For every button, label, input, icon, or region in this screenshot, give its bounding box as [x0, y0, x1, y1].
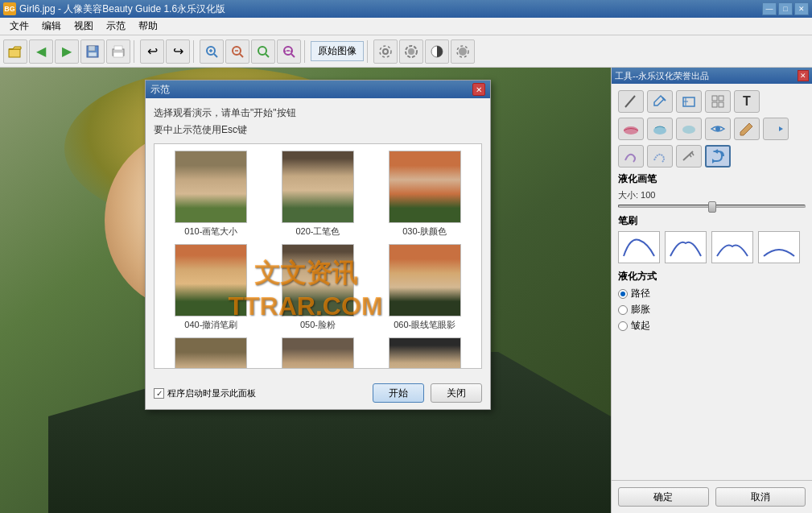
menu-view[interactable]: 视图	[68, 18, 100, 35]
panel-cancel-button[interactable]: 取消	[715, 487, 806, 507]
brush-preview-3[interactable]	[711, 231, 753, 263]
svg-point-22	[383, 49, 388, 54]
modal-title-bar: 示范 ✕	[146, 81, 490, 98]
brightness-button[interactable]	[451, 39, 475, 64]
brush-preview-1[interactable]	[618, 231, 660, 263]
tool-smudge[interactable]	[618, 145, 644, 168]
svg-rect-36	[712, 102, 717, 107]
modal-desc-1: 选择观看演示，请单击"开始"按钮	[154, 106, 482, 120]
menu-file[interactable]: 文件	[3, 18, 35, 35]
restore-button[interactable]: □	[778, 2, 793, 15]
window-controls: — □ ✕	[762, 2, 809, 15]
radio-path-label: 路径	[631, 287, 650, 300]
thumb-item-5[interactable]: 050-脸粉	[268, 244, 369, 331]
tool-shell2[interactable]	[676, 118, 702, 140]
thumbnail-grid-wrapper[interactable]: 010-画笔大小 020-工笔色 030-肤颜色 040-撤消笔刷	[154, 143, 482, 369]
tool-gear2[interactable]	[399, 39, 423, 64]
thumb-image-6	[389, 244, 461, 316]
thumb-item-2[interactable]: 020-工笔色	[268, 151, 369, 238]
zoom-out-button[interactable]	[225, 39, 249, 64]
menu-demo[interactable]: 示范	[100, 18, 132, 35]
thumb-item-9[interactable]: Ai	[374, 337, 475, 369]
redo-button[interactable]: ↪	[166, 39, 190, 64]
brush-size-slider[interactable]	[618, 205, 806, 208]
menu-edit[interactable]: 编辑	[35, 18, 68, 35]
radio-shrink-circle[interactable]	[618, 321, 628, 331]
tool-grid[interactable]	[705, 90, 731, 113]
modal-close-button[interactable]: ✕	[472, 83, 485, 96]
tool-row-3	[618, 145, 806, 168]
zoom-fit-button[interactable]	[277, 39, 301, 64]
svg-point-15	[258, 47, 266, 55]
thumb-item-4[interactable]: 040-撤消笔刷	[161, 244, 262, 331]
radio-path-circle[interactable]	[618, 289, 628, 299]
brush-preview-2[interactable]	[665, 231, 707, 263]
svg-marker-1	[9, 47, 21, 49]
thumb-item-8[interactable]	[268, 337, 369, 369]
tool-shell1[interactable]	[647, 118, 673, 140]
tool-gear1[interactable]	[373, 39, 398, 64]
thumb-image-3	[389, 151, 461, 223]
tool-blur[interactable]	[647, 145, 673, 168]
method-title: 液化方式	[618, 270, 806, 283]
contrast-button[interactable]	[425, 39, 449, 64]
thumb-label-5: 050-脸粉	[300, 319, 336, 331]
back-button[interactable]: ◀	[29, 39, 53, 64]
close-button[interactable]: ✕	[794, 2, 809, 15]
tool-lips[interactable]	[618, 118, 644, 140]
start-button[interactable]: 开始	[373, 383, 424, 403]
radio-path[interactable]: 路径	[618, 287, 806, 300]
zoom-in-button[interactable]	[200, 39, 224, 64]
radio-expand[interactable]: 膨胀	[618, 303, 806, 316]
forward-button[interactable]: ▶	[55, 39, 79, 64]
brush-preview-4[interactable]	[758, 231, 800, 263]
tool-pencil[interactable]	[734, 118, 760, 140]
thumb-image-4	[175, 244, 247, 316]
liquify-brush-title: 液化画笔	[618, 172, 806, 186]
tool-arrow-right[interactable]	[763, 118, 789, 140]
radio-expand-circle[interactable]	[618, 305, 628, 315]
thumb-label-4: 040-撤消笔刷	[184, 319, 237, 331]
radio-shrink[interactable]: 皱起	[618, 319, 806, 333]
tool-back-active[interactable]	[705, 145, 731, 168]
save-button[interactable]	[80, 39, 105, 64]
show-on-startup-checkbox[interactable]	[154, 388, 164, 399]
separator-2	[193, 40, 196, 63]
confirm-button[interactable]: 确定	[618, 487, 709, 507]
thumb-item-7[interactable]	[161, 337, 262, 369]
tool-rect[interactable]	[676, 90, 702, 113]
tool-pen[interactable]	[618, 90, 644, 113]
svg-line-18	[291, 54, 295, 57]
modal-desc-2: 要中止示范使用Esc键	[154, 123, 482, 137]
slider-thumb[interactable]	[708, 201, 716, 213]
show-on-startup-row[interactable]: 程序启动时显示此面板	[154, 387, 366, 399]
separator-1	[134, 40, 137, 63]
right-panel: 工具--永乐汉化荣誉出品 ✕ T	[611, 68, 812, 513]
tool-eye[interactable]	[705, 118, 731, 140]
zoom-reset-button[interactable]	[251, 39, 275, 64]
thumb-image-5	[282, 244, 354, 316]
original-image-button[interactable]: 原始图像	[311, 41, 364, 61]
tool-text[interactable]: T	[734, 90, 760, 113]
minimize-button[interactable]: —	[762, 2, 777, 15]
svg-rect-4	[89, 52, 97, 56]
thumb-item-3[interactable]: 030-肤颜色	[374, 151, 475, 238]
undo-button[interactable]: ↩	[140, 39, 164, 64]
svg-rect-0	[9, 49, 20, 57]
window-title: Girl6.jpg - 人像美容Beauty Guide 1.6永乐汉化版	[19, 2, 762, 16]
svg-line-13	[240, 54, 243, 57]
panel-close-button[interactable]: ✕	[798, 70, 809, 81]
thumb-item-6[interactable]: 060-眼线笔眼影	[374, 244, 475, 331]
radio-shrink-label: 皱起	[631, 319, 650, 333]
radio-group: 路径 膨胀 皱起	[618, 287, 806, 333]
tool-brush[interactable]	[647, 90, 673, 113]
panel-title: 工具--永乐汉化荣誉出品	[615, 70, 798, 82]
panel-content: T	[612, 84, 812, 480]
brush-size-label: 大小: 100	[618, 189, 806, 201]
menu-help[interactable]: 帮助	[132, 18, 164, 35]
open-button[interactable]	[3, 39, 27, 64]
thumb-item-1[interactable]: 010-画笔大小	[161, 151, 262, 238]
tool-key[interactable]	[676, 145, 702, 168]
print-button[interactable]	[106, 39, 130, 64]
modal-close-footer-button[interactable]: 关闭	[431, 383, 482, 403]
